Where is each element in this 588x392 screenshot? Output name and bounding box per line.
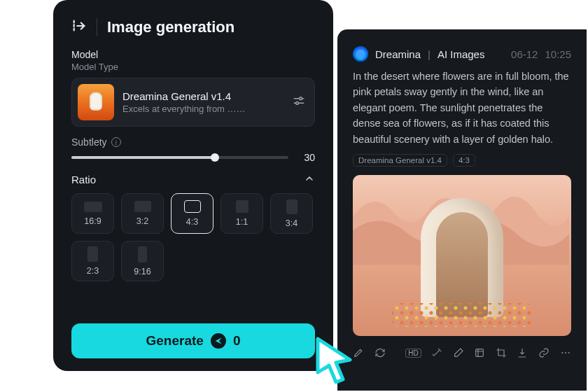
- model-type-label: Model Type: [71, 62, 315, 72]
- hd-badge[interactable]: HD: [405, 349, 421, 358]
- ratio-label-1-1: 1:1: [236, 217, 248, 227]
- generation-panel: Image generation Model Model Type Dreami…: [53, 0, 333, 371]
- wand-icon[interactable]: [431, 346, 443, 360]
- feed-panel: Dreamina | AI Images 06-12 10:25 In the …: [337, 29, 587, 391]
- generated-image[interactable]: [353, 175, 571, 336]
- ratio-label-4-3: 4:3: [186, 217, 198, 227]
- model-selector[interactable]: Dreamina General v1.4 Excels at everythi…: [71, 78, 315, 127]
- image-toolbar: HD: [353, 346, 571, 360]
- panel-header: Image generation: [71, 18, 315, 36]
- chip-ratio[interactable]: 4:3: [453, 154, 475, 167]
- subtlety-value: 30: [298, 152, 315, 163]
- chip-model[interactable]: Dreamina General v1.4: [353, 154, 447, 167]
- prompt-text: In the desert where flowers are in full …: [353, 69, 571, 147]
- feed-header: Dreamina | AI Images 06-12 10:25: [353, 46, 571, 62]
- generate-button[interactable]: Generate 0: [71, 323, 315, 358]
- info-icon[interactable]: i: [111, 137, 121, 147]
- slider-thumb[interactable]: [211, 153, 219, 162]
- generate-cost: 0: [233, 333, 241, 349]
- more-icon[interactable]: [559, 346, 571, 360]
- model-info: Dreamina General v1.4 Excels at everythi…: [122, 90, 284, 114]
- ratio-header[interactable]: Ratio: [71, 173, 315, 186]
- subtlety-slider[interactable]: 30: [71, 152, 315, 163]
- feed-date: 06-12: [511, 48, 538, 60]
- ratio-label-2-3: 2:3: [87, 266, 99, 276]
- ratio-option-3-2[interactable]: 3:2: [121, 193, 164, 234]
- panel-title: Image generation: [107, 18, 234, 36]
- ratio-option-16-9[interactable]: 16:9: [71, 193, 114, 234]
- ratio-label: Ratio: [71, 174, 96, 186]
- cursor-icon: [314, 336, 358, 386]
- ratio-option-9-16[interactable]: 9:16: [121, 241, 164, 281]
- subtlety-label-row: Subtlety i: [71, 136, 315, 148]
- subtlety-label: Subtlety: [71, 136, 107, 148]
- sliders-icon[interactable]: [292, 94, 306, 111]
- feed-chips: Dreamina General v1.4 4:3: [353, 154, 571, 167]
- feed-section: AI Images: [438, 48, 485, 60]
- ratio-label-16-9: 16:9: [84, 216, 101, 226]
- regenerate-icon[interactable]: [374, 346, 386, 360]
- svg-point-4: [296, 102, 299, 105]
- ratio-option-2-3[interactable]: 2:3: [71, 241, 114, 281]
- model-section-label: Model: [71, 49, 315, 60]
- expand-icon[interactable]: [474, 346, 486, 360]
- slider-fill: [71, 156, 215, 159]
- link-icon[interactable]: [538, 346, 550, 360]
- header-separator: |: [428, 48, 430, 60]
- model-name: Dreamina General v1.4: [122, 90, 284, 102]
- svg-point-2: [300, 97, 302, 100]
- download-icon[interactable]: [517, 346, 528, 360]
- svg-point-8: [568, 352, 569, 354]
- brand-name: Dreamina: [375, 48, 421, 60]
- ratio-option-4-3[interactable]: 4:3: [171, 193, 214, 234]
- collapse-icon[interactable]: [71, 18, 87, 36]
- ratio-label-3-4: 3:4: [286, 218, 298, 228]
- ratio-option-3-4[interactable]: 3:4: [270, 193, 313, 234]
- header-divider: [97, 18, 97, 36]
- token-icon: [211, 333, 226, 349]
- svg-rect-5: [476, 349, 484, 357]
- generate-label: Generate: [146, 333, 204, 349]
- chevron-up-icon[interactable]: [304, 173, 315, 186]
- feed-time: 10:25: [545, 48, 571, 60]
- ratio-label-9-16: 9:16: [134, 267, 150, 276]
- eraser-icon[interactable]: [452, 346, 464, 360]
- ratio-grid: 16:9 3:2 4:3 1:1 3:4 2:3 9:16: [71, 193, 315, 281]
- svg-point-7: [565, 352, 566, 354]
- ratio-option-1-1[interactable]: 1:1: [220, 193, 263, 234]
- ratio-label-3-2: 3:2: [136, 216, 148, 226]
- svg-point-6: [561, 352, 563, 354]
- model-thumbnail: [78, 84, 114, 120]
- crop-icon[interactable]: [496, 346, 507, 360]
- brand-icon: [353, 46, 368, 62]
- slider-track[interactable]: [71, 156, 288, 159]
- model-description: Excels at everything from ……: [122, 104, 284, 114]
